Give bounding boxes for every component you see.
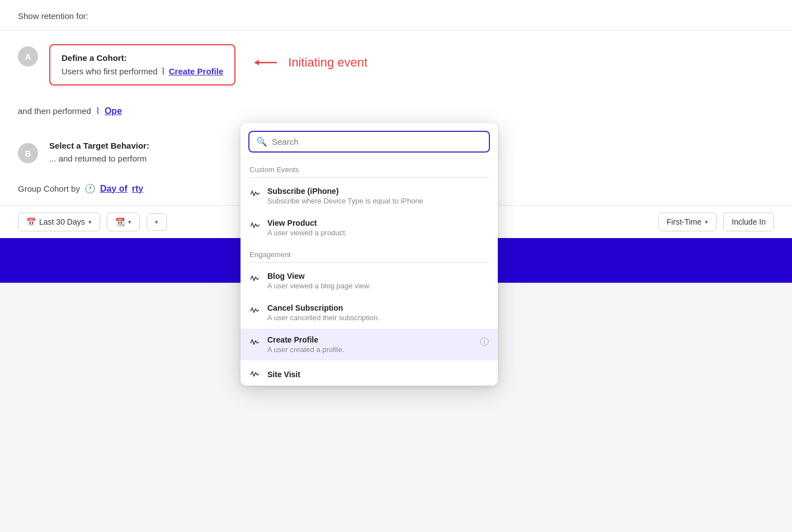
include-button[interactable]: Include In [723, 212, 774, 231]
chevron-down-icon-3: ▾ [155, 218, 158, 226]
event-waveform-icon-site-visit [249, 368, 261, 381]
view-product-title: View Product [267, 218, 489, 227]
show-retention-label: Show retention for: [18, 11, 88, 21]
cohort-a-title: Define a Cohort: [62, 53, 223, 63]
step-a-circle: A [18, 46, 38, 66]
cohort-a-prefix: Users who first performed [62, 66, 158, 76]
svg-marker-1 [254, 60, 259, 65]
first-time-button[interactable]: First-Time ▾ [658, 212, 716, 231]
blog-view-title: Blog View [267, 272, 489, 281]
engagement-label: Engagement [241, 244, 498, 262]
main-container: Show retention for: A Define a Cohort: U… [0, 0, 792, 283]
subscribe-iphone-title: Subscribe (iPhone) [267, 187, 489, 196]
calendar-range-icon: 📆 [115, 217, 125, 226]
site-visit-partial-item[interactable]: Site Visit [241, 360, 498, 386]
day-of-link[interactable]: Day of [100, 184, 128, 194]
view-product-desc: A user viewed a product. [267, 229, 489, 237]
event-dropdown: 🔍 Custom Events Subscribe (iPhone) Subsc… [241, 123, 498, 386]
group-cohort-prefix: Group Cohort by [18, 184, 80, 193]
cohort-a-section: A Define a Cohort: Users who first perfo… [0, 31, 792, 97]
search-box: 🔍 [241, 123, 498, 159]
cancel-subscription-desc: A user cancelled their subscription. [267, 314, 489, 322]
svg-point-3 [258, 225, 260, 226]
cancel-subscription-title: Cancel Subscription [267, 303, 489, 312]
group-cohort-suffix[interactable]: rty [132, 184, 143, 194]
search-icon: 🔍 [256, 136, 267, 147]
site-visit-label: Site Visit [267, 370, 300, 379]
event-waveform-icon-blog [249, 273, 261, 286]
subscribe-iphone-content: Subscribe (iPhone) Subscribe where Devic… [267, 187, 489, 205]
create-profile-item[interactable]: Create Profile A user created a profile.… [241, 329, 498, 360]
create-profile-title: Create Profile [267, 335, 473, 344]
show-retention-bar: Show retention for: [0, 0, 792, 31]
create-profile-desc: A user created a profile. [267, 345, 473, 354]
cohort-a-box: Define a Cohort: Users who first perform… [49, 44, 235, 86]
create-profile-content: Create Profile A user created a profile. [267, 335, 473, 354]
another-dropdown-button[interactable]: ▾ [147, 213, 167, 231]
step-b-title: Select a Target Behavior: [49, 141, 149, 150]
chevron-down-icon-2: ▾ [128, 218, 131, 226]
arrow-icon [249, 56, 282, 69]
view-product-content: View Product A user viewed a product. [267, 218, 489, 237]
cancel-subscription-item[interactable]: Cancel Subscription A user cancelled the… [241, 297, 498, 329]
initiating-event-annotation: Initiating event [249, 55, 367, 70]
event-waveform-icon-subscribe [249, 188, 261, 201]
last-30-days-button[interactable]: 📅 Last 30 Days ▾ [18, 212, 100, 231]
view-product-item[interactable]: View Product A user viewed a product. [241, 212, 498, 244]
include-label: Include In [732, 217, 766, 226]
svg-point-2 [258, 193, 260, 194]
event-waveform-icon-create-profile [249, 336, 261, 349]
cohort-a-body: Users who first performed ⌇ Create Profi… [62, 66, 223, 77]
engagement-divider [249, 262, 489, 263]
search-input[interactable] [272, 137, 482, 146]
cancel-subscription-content: Cancel Subscription A user cancelled the… [267, 303, 489, 322]
initiating-event-label: Initiating event [288, 55, 367, 70]
search-input-wrapper: 🔍 [248, 131, 490, 153]
first-time-label: First-Time [667, 217, 701, 226]
blog-view-item[interactable]: Blog View A user viewed a blog page view… [241, 265, 498, 297]
event-waveform-icon: ⌇ [161, 66, 166, 77]
custom-events-label: Custom Events [241, 159, 498, 177]
blog-view-content: Blog View A user viewed a blog page view… [267, 272, 489, 290]
custom-events-divider [249, 177, 489, 178]
step-b-content: Select a Target Behavior: ... and return… [49, 141, 149, 163]
event-waveform-icon-view-product [249, 220, 261, 232]
chevron-down-icon-4: ▾ [705, 218, 708, 226]
subscribe-iphone-desc: Subscribe where Device Type is equal to … [267, 197, 489, 205]
and-then-prefix: and then performed [18, 106, 91, 116]
date-range-button[interactable]: 📆 ▾ [107, 212, 140, 231]
info-icon[interactable]: ⓘ [480, 336, 489, 348]
step-b-circle: B [18, 143, 38, 163]
create-profile-link[interactable]: Create Profile [169, 66, 224, 76]
and-then-event-link[interactable]: Ope [105, 106, 122, 116]
chevron-down-icon: ▾ [88, 218, 92, 226]
calendar-icon: 📅 [26, 217, 36, 226]
subscribe-iphone-item[interactable]: Subscribe (iPhone) Subscribe where Devic… [241, 180, 498, 212]
event-waveform-icon-cancel [249, 305, 261, 317]
clock-icon: 🕐 [84, 183, 96, 194]
blog-view-desc: A user viewed a blog page view. [267, 282, 489, 290]
last-30-days-label: Last 30 Days [39, 217, 85, 226]
and-then-waveform-icon: ⌇ [96, 106, 100, 116]
step-b-body: ... and returned to perform [49, 154, 149, 163]
